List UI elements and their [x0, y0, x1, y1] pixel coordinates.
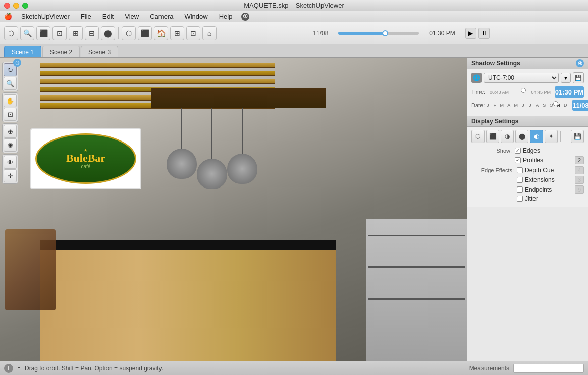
disp-save-btn[interactable]: 💾 — [571, 130, 584, 143]
jitter-checkbox[interactable] — [517, 196, 523, 202]
depth-cue-label: Depth Cue — [525, 167, 554, 174]
extensions-value[interactable]: 3 — [575, 176, 584, 184]
date-thumb[interactable] — [553, 101, 558, 106]
toolbar-btn-4[interactable]: ⊡ — [52, 26, 67, 40]
left-toolbar: ③ ↻ 🔍 ✋ ⊡ ⊕ ✙ 👁 ✛ — [2, 62, 18, 184]
badge-number: ③ — [13, 59, 21, 67]
timeline-slider[interactable] — [338, 32, 419, 35]
endpoints-label: Endpoints — [525, 186, 552, 193]
shadow-controls: 🌐 UTC-7:00 ▼ 💾 Time: — [467, 69, 588, 116]
pendant-wire-1 — [181, 108, 182, 149]
walk-tool[interactable]: ✙ — [4, 138, 17, 152]
position-camera-tool[interactable]: 👁 — [4, 156, 17, 169]
shadow-save-btn[interactable]: 💾 — [573, 72, 584, 83]
pan-tool[interactable]: ✋ — [4, 94, 17, 107]
display-settings-title: Display Settings — [471, 118, 518, 125]
extensions-checkbox[interactable] — [517, 177, 523, 183]
date-label: Date: — [471, 102, 485, 108]
month-M2[interactable]: M — [513, 103, 519, 108]
timeline-thumb[interactable] — [382, 30, 388, 36]
time-start: 06:43 AM — [490, 90, 509, 95]
window-menu[interactable]: Window — [182, 13, 209, 20]
apple-menu-item[interactable]: 🍎 — [4, 13, 12, 20]
fullscreen-button[interactable] — [22, 3, 28, 9]
app-name-menu[interactable]: SketchUpViewer — [19, 13, 72, 20]
right-panel: Shadow Settings ④ 🌐 UTC-7:00 ▼ 💾 Time: — [467, 58, 588, 361]
timezone-select[interactable]: UTC-7:00 — [484, 73, 559, 83]
zoom-tool[interactable]: 🔍 — [4, 77, 17, 90]
toolbar-btn-8[interactable]: ⬡ — [122, 26, 136, 40]
edges-checkbox[interactable] — [515, 148, 521, 154]
month-J[interactable]: J — [485, 103, 491, 108]
close-button[interactable] — [4, 3, 10, 9]
disp-btn-xray[interactable]: ✦ — [545, 130, 558, 143]
scene-tab-3[interactable]: Scene 3 — [81, 46, 118, 57]
scene-tab-2[interactable]: Scene 2 — [42, 46, 80, 57]
depth-cue-value[interactable]: 4 — [575, 166, 584, 174]
file-menu[interactable]: File — [79, 13, 93, 20]
shadow-panel-badge: ④ — [576, 59, 584, 67]
toolbar-btn-5[interactable]: ⊞ — [69, 26, 83, 40]
main-content: ★ BuleBar café — [0, 58, 588, 361]
info-button[interactable]: i — [4, 364, 13, 373]
play-button[interactable]: ▶ — [465, 28, 476, 39]
month-S[interactable]: S — [541, 103, 547, 108]
help-menu[interactable]: Help — [217, 13, 235, 20]
pendant-wire-3 — [242, 108, 243, 154]
logo-sign: ★ BuleBar café — [30, 128, 141, 189]
disp-btn-shaded-tex[interactable]: ⬤ — [515, 130, 528, 143]
toolbar-btn-9[interactable]: ⬛ — [138, 26, 152, 40]
disp-btn-shaded[interactable]: ◑ — [501, 130, 514, 143]
viewport[interactable]: ★ BuleBar café — [0, 58, 467, 361]
timezone-dropdown-btn[interactable]: ▼ — [561, 73, 571, 83]
window-title: MAQUETE.skp – SketchUpViewer — [4, 2, 584, 9]
shadow-settings-title: Shadow Settings — [471, 60, 520, 67]
endpoints-value[interactable]: 9 — [575, 185, 584, 194]
depth-cue-checkbox[interactable] — [517, 167, 523, 173]
edit-menu[interactable]: Edit — [100, 13, 116, 20]
month-A1[interactable]: A — [506, 103, 512, 108]
toolbar-btn-11[interactable]: ⊞ — [170, 26, 184, 40]
toolbar-btn-6[interactable]: ⊟ — [85, 26, 99, 40]
measure-tool[interactable]: ✛ — [4, 169, 17, 182]
toolbar-btn-10[interactable]: 🏠 — [154, 26, 168, 40]
month-M1[interactable]: M — [499, 103, 505, 108]
zoom-extent-tool[interactable]: ⊡ — [4, 108, 17, 121]
disp-btn-monochrome[interactable]: ◐ — [530, 130, 543, 143]
jitter-row: Jitter — [471, 195, 584, 202]
depth-cue-row: Edge Effects: Depth Cue 4 — [471, 166, 584, 174]
time-thumb[interactable] — [521, 88, 526, 93]
pause-button[interactable]: ⏸ — [478, 28, 490, 39]
camera-tools-group: ⊕ ✙ — [2, 123, 18, 153]
month-A2[interactable]: A — [534, 103, 540, 108]
endpoints-checkbox-label: Endpoints — [517, 186, 552, 193]
camera-menu[interactable]: Camera — [148, 13, 175, 20]
toolbar-btn-7[interactable]: ⬤ — [101, 26, 115, 40]
toolbar-btn-1[interactable]: ⬡ — [4, 26, 18, 40]
toolbar-btn-2[interactable]: 🔍 — [20, 26, 34, 40]
toolbar-btn-13[interactable]: ⌂ — [202, 26, 217, 40]
extensions-checkbox-label: Extensions — [517, 176, 555, 183]
scene-tab-1[interactable]: Scene 1 — [4, 46, 41, 57]
status-bar: i ↑ Drag to orbit. Shift = Pan. Option =… — [0, 361, 588, 375]
toolbar-btn-3[interactable]: ⬛ — [36, 26, 50, 40]
shelf-2 — [368, 266, 465, 268]
view-menu[interactable]: View — [123, 13, 141, 20]
traffic-lights[interactable] — [4, 3, 28, 9]
profiles-checkbox[interactable] — [515, 157, 521, 163]
toolbar-btn-12[interactable]: ⊡ — [186, 26, 200, 40]
profiles-value[interactable]: 2 — [575, 156, 584, 164]
month-J3[interactable]: J — [527, 103, 533, 108]
disp-btn-hidden[interactable]: ⬛ — [486, 130, 499, 143]
month-F[interactable]: F — [492, 103, 498, 108]
jitter-label: Jitter — [525, 195, 538, 202]
month-D[interactable]: D — [562, 103, 568, 108]
help-badge[interactable]: ① — [241, 13, 249, 21]
time-display: 01:30 PM — [429, 30, 455, 37]
measurements-input[interactable] — [513, 364, 584, 373]
month-J2[interactable]: J — [520, 103, 526, 108]
disp-btn-wireframe[interactable]: ⬡ — [471, 130, 485, 143]
minimize-button[interactable] — [13, 3, 19, 9]
endpoints-checkbox[interactable] — [517, 186, 523, 193]
look-around-tool[interactable]: ⊕ — [4, 125, 17, 138]
